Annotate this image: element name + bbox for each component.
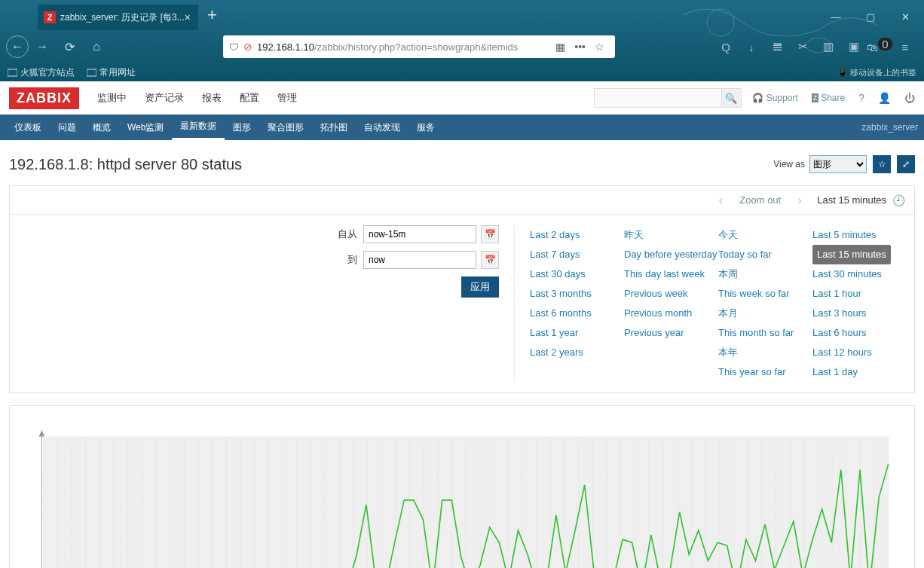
- time-range-preset[interactable]: This day last week: [624, 264, 718, 284]
- time-range-preset[interactable]: Today so far: [718, 245, 812, 264]
- time-range-preset[interactable]: Last 6 months: [530, 304, 624, 323]
- time-range-preset[interactable]: 本年: [718, 343, 812, 362]
- time-range-preset[interactable]: Previous week: [624, 284, 718, 304]
- svg-marker-5: [38, 430, 44, 436]
- time-range-preset[interactable]: This week so far: [718, 284, 812, 304]
- zoom-out-button[interactable]: Zoom out: [739, 194, 781, 206]
- share-link[interactable]: ZShare: [812, 93, 846, 103]
- time-range-preset[interactable]: Last 30 minutes: [812, 264, 907, 284]
- time-range-preset[interactable]: Day before yesterday: [624, 245, 718, 264]
- nav-monitoring[interactable]: 监测中: [88, 92, 136, 105]
- zabbix-logo[interactable]: ZABBIX: [9, 87, 79, 109]
- time-range-preset[interactable]: 本周: [718, 264, 812, 284]
- history-chart: 江念... 亿速云: [9, 405, 915, 568]
- breadcrumb[interactable]: zabbix_server: [861, 122, 918, 133]
- time-next-icon[interactable]: ›: [788, 194, 811, 207]
- view-as-select[interactable]: 图形: [809, 155, 867, 173]
- time-range-preset[interactable]: Previous month: [624, 304, 718, 323]
- bookmark-link[interactable]: 火狐官方站点: [8, 66, 75, 79]
- nav-inventory[interactable]: 资产记录: [136, 92, 193, 105]
- library-icon[interactable]: 𝌆: [764, 40, 790, 53]
- video-icon[interactable]: ▣: [841, 40, 867, 53]
- more-actions-icon[interactable]: •••: [574, 41, 586, 53]
- home-button[interactable]: ⌂: [83, 35, 110, 58]
- cart-icon[interactable]: 🛍0: [867, 40, 892, 53]
- time-range-preset[interactable]: This month so far: [718, 323, 812, 343]
- subnav-problems[interactable]: 问题: [50, 115, 84, 140]
- page-content: 192.168.1.8: httpd server 80 status View…: [0, 140, 924, 568]
- subnav-maps[interactable]: 拓扑图: [312, 115, 356, 140]
- sub-nav: 仪表板 问题 概览 Web监测 最新数据 图形 聚合图形 拓扑图 自动发现 服务…: [0, 115, 924, 140]
- screenshot-icon[interactable]: ✂: [790, 40, 815, 53]
- bookmark-link[interactable]: 常用网址: [87, 66, 136, 79]
- nav-reports[interactable]: 报表: [193, 92, 231, 105]
- subnav-services[interactable]: 服务: [408, 115, 443, 140]
- time-range-preset[interactable]: Last 3 months: [530, 284, 624, 304]
- time-range-preset[interactable]: Last 12 hours: [812, 343, 907, 362]
- power-icon[interactable]: ⏻: [904, 92, 915, 104]
- time-range-preset[interactable]: 本月: [718, 304, 812, 323]
- forward-button[interactable]: →: [29, 35, 56, 58]
- time-prev-icon[interactable]: ‹: [709, 194, 732, 207]
- fullscreen-button[interactable]: ⤢: [897, 155, 915, 173]
- nav-config[interactable]: 配置: [231, 92, 268, 105]
- browser-tab[interactable]: Z zabbix_server: 历史记录 [每3... ×: [38, 5, 198, 30]
- time-range-preset[interactable]: Last 1 hour: [812, 284, 907, 304]
- time-range-preset[interactable]: This year so far: [718, 362, 812, 382]
- search-button[interactable]: 🔍: [722, 88, 742, 108]
- new-tab-button[interactable]: +: [207, 5, 217, 25]
- qr-icon[interactable]: ▦: [555, 41, 565, 53]
- zabbix-app: ZABBIX 监测中 资产记录 报表 配置 管理 🔍 🎧Support ZSha…: [0, 81, 924, 568]
- time-range-preset[interactable]: Last 6 hours: [812, 323, 907, 343]
- subnav-web[interactable]: Web监测: [119, 115, 172, 140]
- time-range-preset[interactable]: Previous year: [624, 323, 718, 343]
- back-button[interactable]: ←: [6, 35, 29, 58]
- time-range-preset[interactable]: Last 15 minutes: [812, 245, 891, 264]
- user-icon[interactable]: 👤: [878, 92, 891, 104]
- subnav-graphs[interactable]: 图形: [225, 115, 259, 140]
- time-range-preset[interactable]: Last 3 hours: [812, 304, 907, 323]
- nav-admin[interactable]: 管理: [268, 92, 306, 105]
- time-range-preset[interactable]: Last 1 year: [530, 323, 624, 343]
- sidebar-icon[interactable]: ▥: [815, 40, 841, 53]
- search-icon[interactable]: Q: [713, 40, 739, 53]
- mobile-bookmarks[interactable]: 📱 移动设备上的书签: [837, 67, 916, 78]
- clock-icon[interactable]: 🕘: [892, 194, 905, 206]
- maximize-button[interactable]: ▢: [853, 6, 888, 27]
- to-calendar-icon[interactable]: 📅: [481, 251, 499, 269]
- favorite-button[interactable]: ☆: [873, 155, 891, 173]
- url-text: 192.168.1.10/zabbix/history.php?action=s…: [257, 41, 545, 53]
- subnav-dashboard[interactable]: 仪表板: [6, 115, 50, 140]
- time-range-preset[interactable]: Last 30 days: [530, 264, 624, 284]
- reload-button[interactable]: ⟳: [56, 35, 83, 58]
- view-as-label: View as: [773, 159, 805, 169]
- subnav-latest-data[interactable]: 最新数据: [172, 115, 225, 140]
- page-title: 192.168.1.8: httpd server 80 status: [9, 156, 242, 173]
- close-window-button[interactable]: ✕: [888, 6, 922, 27]
- support-link[interactable]: 🎧Support: [752, 93, 801, 103]
- help-icon[interactable]: ?: [858, 92, 864, 104]
- minimize-button[interactable]: —: [818, 6, 853, 27]
- time-range-preset[interactable]: Last 1 day: [812, 362, 907, 382]
- subnav-discovery[interactable]: 自动发现: [356, 115, 408, 140]
- to-input[interactable]: [363, 251, 476, 269]
- active-time-range[interactable]: Last 15 minutes: [817, 194, 886, 206]
- time-range-preset[interactable]: Last 7 days: [530, 245, 624, 264]
- time-range-preset[interactable]: 昨天: [624, 225, 718, 245]
- bookmark-star-icon[interactable]: ☆: [595, 41, 604, 53]
- subnav-overview[interactable]: 概览: [84, 115, 119, 140]
- url-input[interactable]: 🛡 ⊘ 192.168.1.10/zabbix/history.php?acti…: [223, 35, 615, 58]
- time-range-preset[interactable]: Last 2 days: [530, 225, 624, 245]
- downloads-icon[interactable]: ↓: [739, 40, 764, 53]
- global-search-input[interactable]: [594, 88, 722, 108]
- subnav-screens[interactable]: 聚合图形: [259, 115, 312, 140]
- time-range-preset[interactable]: Last 5 minutes: [812, 225, 907, 245]
- apply-button[interactable]: 应用: [461, 276, 499, 298]
- from-calendar-icon[interactable]: 📅: [481, 225, 499, 243]
- menu-icon[interactable]: ≡: [892, 40, 918, 53]
- shield-icon: 🛡: [229, 41, 239, 53]
- time-range-preset[interactable]: Last 2 years: [530, 343, 624, 362]
- close-tab-icon[interactable]: ×: [185, 11, 191, 23]
- from-input[interactable]: [363, 225, 476, 243]
- time-range-preset[interactable]: 今天: [718, 225, 812, 245]
